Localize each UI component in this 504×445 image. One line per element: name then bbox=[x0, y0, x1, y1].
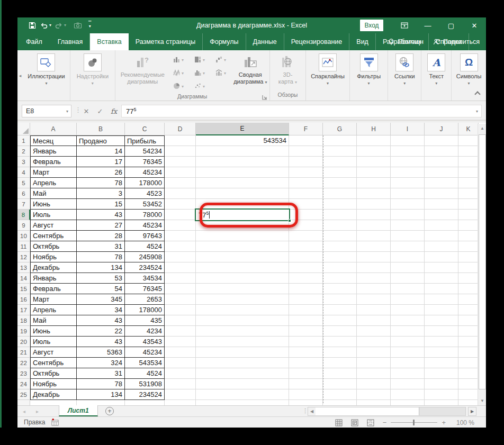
cell-F12[interactable] bbox=[289, 252, 323, 262]
cell-C2[interactable]: 54234 bbox=[125, 146, 165, 157]
combo-chart-button[interactable]: ▾ bbox=[210, 67, 231, 80]
cell-A1[interactable]: Месяц bbox=[30, 135, 77, 146]
cell-G1[interactable] bbox=[323, 135, 357, 146]
undo-dropdown-icon[interactable]: ▾ bbox=[49, 23, 51, 28]
cell-K3[interactable] bbox=[458, 157, 479, 167]
cell-K2[interactable] bbox=[458, 146, 479, 157]
row-header-18[interactable]: 18 bbox=[17, 315, 30, 326]
cell-I6[interactable] bbox=[391, 188, 425, 199]
cell-J3[interactable] bbox=[425, 157, 458, 167]
cell-A23[interactable]: Октябрь bbox=[30, 368, 77, 379]
row-header-19[interactable]: 19 bbox=[17, 326, 30, 337]
cell-A5[interactable]: Апрель bbox=[30, 178, 77, 188]
cell-B21[interactable]: 5363 bbox=[77, 347, 125, 358]
pivot-chart-button[interactable]: Сводная диаграмма ▾ bbox=[231, 52, 269, 87]
cell-C9[interactable]: 45234 bbox=[125, 220, 165, 231]
cell-H20[interactable] bbox=[357, 337, 391, 347]
cell-J22[interactable] bbox=[425, 358, 458, 368]
cell-A9[interactable]: Август bbox=[30, 220, 77, 231]
cell-J19[interactable] bbox=[425, 326, 458, 337]
row-header-15[interactable]: 15 bbox=[17, 284, 30, 294]
customize-qat-icon[interactable]: ▔▾ bbox=[88, 22, 91, 29]
cell-H21[interactable] bbox=[357, 347, 391, 358]
cell-F26[interactable] bbox=[289, 400, 323, 405]
cell-K25[interactable] bbox=[458, 389, 479, 400]
redo-dropdown-icon[interactable]: ▾ bbox=[64, 23, 66, 28]
row-header-7[interactable]: 7 bbox=[17, 199, 30, 210]
cell-C24[interactable]: 531908 bbox=[125, 379, 165, 389]
cell-E5[interactable] bbox=[196, 178, 289, 188]
vertical-scrollbar[interactable]: ▲ ▼ bbox=[478, 124, 486, 405]
cell-D18[interactable] bbox=[165, 315, 196, 326]
cell-D4[interactable] bbox=[165, 167, 196, 178]
cell-I8[interactable] bbox=[391, 210, 425, 220]
cell-G5[interactable] bbox=[323, 178, 357, 188]
cell-G3[interactable] bbox=[323, 157, 357, 167]
cell-G4[interactable] bbox=[323, 167, 357, 178]
cell-F21[interactable] bbox=[289, 347, 323, 358]
cell-K17[interactable] bbox=[458, 305, 479, 315]
tab-3[interactable]: Разметка страницы bbox=[129, 33, 203, 50]
ribbon-scroll-left-icon[interactable]: ◂ bbox=[17, 50, 23, 101]
cell-F25[interactable] bbox=[289, 389, 323, 400]
cell-I22[interactable] bbox=[391, 358, 425, 368]
cell-A12[interactable]: Ноябрь bbox=[30, 252, 77, 262]
cell-C20[interactable]: 43543 bbox=[125, 337, 165, 347]
undo-icon[interactable] bbox=[40, 21, 48, 30]
cell-G7[interactable] bbox=[323, 199, 357, 210]
cell-E26[interactable] bbox=[196, 400, 289, 405]
cell-B19[interactable]: 22 bbox=[77, 326, 125, 337]
cell-F10[interactable] bbox=[289, 231, 323, 241]
row-header-25[interactable]: 25 bbox=[17, 389, 30, 400]
row-header-12[interactable]: 12 bbox=[17, 252, 30, 262]
cell-F17[interactable] bbox=[289, 305, 323, 315]
sparklines-button[interactable]: Спарклайны ▾ bbox=[308, 52, 348, 87]
cell-E9[interactable] bbox=[196, 220, 289, 231]
name-box-dropdown-icon[interactable]: ▾ bbox=[66, 109, 68, 114]
cell-D26[interactable] bbox=[165, 400, 196, 405]
cell-I3[interactable] bbox=[391, 157, 425, 167]
cell-G22[interactable] bbox=[323, 358, 357, 368]
cell-B12[interactable]: 78 bbox=[77, 252, 125, 262]
row-header-10[interactable]: 10 bbox=[17, 231, 30, 241]
cell-D6[interactable] bbox=[165, 188, 196, 199]
cell-B9[interactable]: 27 bbox=[77, 220, 125, 231]
cell-G21[interactable] bbox=[323, 347, 357, 358]
cell-G13[interactable] bbox=[323, 262, 357, 273]
column-header-H[interactable]: H bbox=[357, 123, 391, 135]
cell-B13[interactable]: 134 bbox=[77, 262, 125, 273]
cell-I24[interactable] bbox=[391, 379, 425, 389]
page-break-view-icon[interactable] bbox=[367, 419, 374, 426]
cell-B23[interactable]: 31 bbox=[77, 368, 125, 379]
cell-J7[interactable] bbox=[425, 199, 458, 210]
cell-I10[interactable] bbox=[391, 231, 425, 241]
cell-K26[interactable] bbox=[458, 400, 479, 405]
cell-C3[interactable]: 76345 bbox=[125, 157, 165, 167]
cell-A21[interactable]: Август bbox=[30, 347, 77, 358]
cell-D9[interactable] bbox=[165, 220, 196, 231]
cell-H16[interactable] bbox=[357, 294, 391, 305]
cell-J21[interactable] bbox=[425, 347, 458, 358]
illustrations-button[interactable]: Иллюстрации ▾ bbox=[24, 52, 68, 87]
horizontal-scrollbar[interactable]: ◀ bbox=[308, 407, 466, 416]
cell-B11[interactable]: 31 bbox=[77, 241, 125, 252]
cell-B15[interactable]: 54 bbox=[77, 284, 125, 294]
cell-F4[interactable] bbox=[289, 167, 323, 178]
cell-K21[interactable] bbox=[458, 347, 479, 358]
charts-dialog-launcher-icon[interactable] bbox=[262, 93, 268, 99]
cell-E14[interactable] bbox=[196, 273, 289, 284]
cell-D24[interactable] bbox=[165, 379, 196, 389]
cell-F18[interactable] bbox=[289, 315, 323, 326]
cell-J6[interactable] bbox=[425, 188, 458, 199]
cell-C25[interactable]: 234524 bbox=[125, 389, 165, 400]
save-icon[interactable] bbox=[28, 21, 37, 30]
cell-B1[interactable]: Продано bbox=[77, 135, 125, 146]
cell-B8[interactable]: 43 bbox=[77, 210, 125, 220]
column-header-K[interactable]: K bbox=[458, 123, 479, 135]
row-header-14[interactable]: 14 bbox=[17, 273, 30, 284]
cell-C16[interactable]: 2653 bbox=[125, 294, 165, 305]
cell-G15[interactable] bbox=[323, 284, 357, 294]
cell-D16[interactable] bbox=[165, 294, 196, 305]
cell-D2[interactable] bbox=[165, 146, 196, 157]
cell-J20[interactable] bbox=[425, 337, 458, 347]
